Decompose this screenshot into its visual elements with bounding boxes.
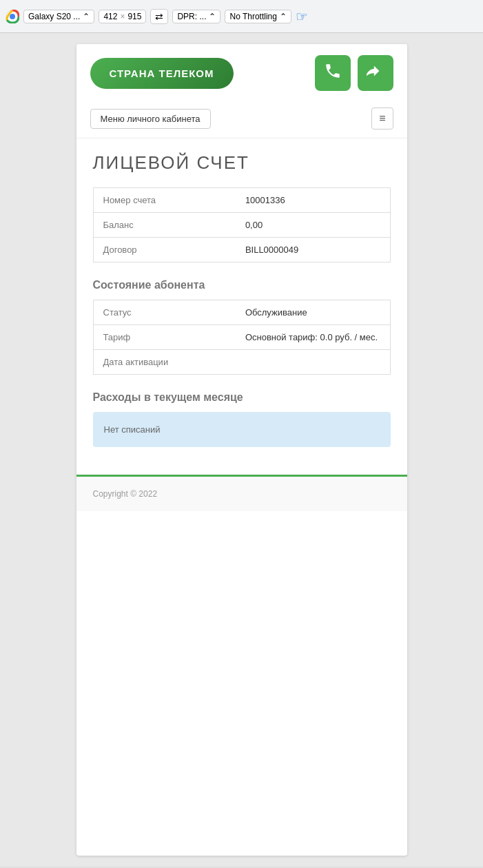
height-value: 915 — [127, 12, 141, 21]
page-content: СТРАНА ТЕЛЕКОМ — [76, 44, 407, 856]
brand-label: СТРАНА ТЕЛЕКОМ — [110, 68, 214, 79]
nav-bar: Меню личного кабинета ≡ — [76, 102, 407, 138]
width-value: 412 — [103, 12, 117, 21]
subscriber-section-title: Состояние абонента — [93, 279, 391, 291]
tariff-label: Тариф — [93, 325, 236, 350]
x-label: × — [120, 12, 125, 21]
status-value: Обслуживание — [236, 300, 390, 325]
subscriber-section: Состояние абонента Статус Обслуживание Т… — [93, 279, 391, 375]
device-selector[interactable]: Galaxy S20 ... ⌃ — [23, 10, 94, 23]
hamburger-button[interactable]: ≡ — [371, 107, 393, 130]
page-footer: Copyright © 2022 — [76, 475, 407, 511]
phone-icon — [324, 62, 342, 84]
contract-value[interactable]: BILL0000049 — [236, 238, 390, 262]
hamburger-icon: ≡ — [379, 112, 385, 124]
page-frame: СТРАНА ТЕЛЕКОМ — [0, 33, 483, 867]
balance-label: Баланс — [93, 213, 236, 238]
expenses-section: Расходы в текущем месяце Нет списаний — [93, 391, 391, 447]
table-row: Статус Обслуживание — [93, 300, 390, 325]
table-row: Тариф Основной тариф: 0.0 руб. / мес. — [93, 325, 390, 350]
menu-button[interactable]: Меню личного кабинета — [90, 109, 211, 129]
rotate-icon: ⇄ — [155, 11, 163, 22]
header: СТРАНА ТЕЛЕКОМ — [76, 44, 407, 102]
no-items-label: Нет списаний — [104, 424, 161, 435]
account-number-value: 10001336 — [236, 188, 390, 213]
table-row: Баланс 0,00 — [93, 213, 390, 238]
tariff-value: Основной тариф: 0.0 руб. / мес. — [236, 325, 390, 350]
dpr-chevron-icon: ⌃ — [209, 12, 216, 21]
contract-label: Договор — [93, 238, 236, 262]
dpr-label: DPR: ... — [177, 12, 206, 21]
subscriber-table: Статус Обслуживание Тариф Основной тариф… — [93, 300, 391, 375]
balance-value: 0,00 — [236, 213, 390, 238]
main-content: ЛИЦЕВОЙ СЧЕТ Номер счета 10001336 Баланс… — [76, 138, 407, 475]
status-label: Статус — [93, 300, 236, 325]
browser-toolbar: Galaxy S20 ... ⌃ 412 × 915 ⇄ DPR: ... ⌃ … — [0, 0, 483, 33]
phone-button[interactable] — [315, 55, 351, 91]
svg-point-1 — [10, 14, 15, 19]
rotate-button[interactable]: ⇄ — [150, 9, 168, 24]
activation-date-value — [236, 350, 390, 375]
login-button[interactable] — [358, 55, 393, 91]
table-row: Дата активации — [93, 350, 390, 375]
no-items-box: Нет списаний — [93, 412, 391, 447]
header-icons — [315, 55, 393, 91]
copyright-text: Copyright © 2022 — [93, 489, 158, 499]
activation-date-label: Дата активации — [93, 350, 236, 375]
throttle-chevron-icon: ⌃ — [280, 12, 287, 21]
dpr-selector[interactable]: DPR: ... ⌃ — [172, 10, 220, 23]
throttle-selector[interactable]: No Throttling ⌃ — [225, 10, 291, 23]
brand-button[interactable]: СТРАНА ТЕЛЕКОМ — [90, 58, 234, 89]
account-table: Номер счета 10001336 Баланс 0,00 Договор… — [93, 187, 391, 262]
menu-label: Меню личного кабинета — [101, 114, 201, 124]
login-icon — [367, 62, 384, 84]
table-row: Номер счета 10001336 — [93, 188, 390, 213]
throttle-label: No Throttling — [229, 12, 276, 21]
expenses-section-title: Расходы в текущем месяце — [93, 391, 391, 404]
table-row: Договор BILL0000049 — [93, 238, 390, 262]
account-number-label: Номер счета — [93, 188, 236, 213]
device-label: Galaxy S20 ... — [28, 12, 80, 21]
chrome-icon — [6, 10, 19, 23]
page-title: ЛИЦЕВОЙ СЧЕТ — [93, 152, 391, 174]
dimension-box[interactable]: 412 × 915 — [99, 10, 146, 23]
cursor-icon: ☞ — [296, 8, 308, 25]
device-chevron-icon: ⌃ — [83, 12, 90, 21]
